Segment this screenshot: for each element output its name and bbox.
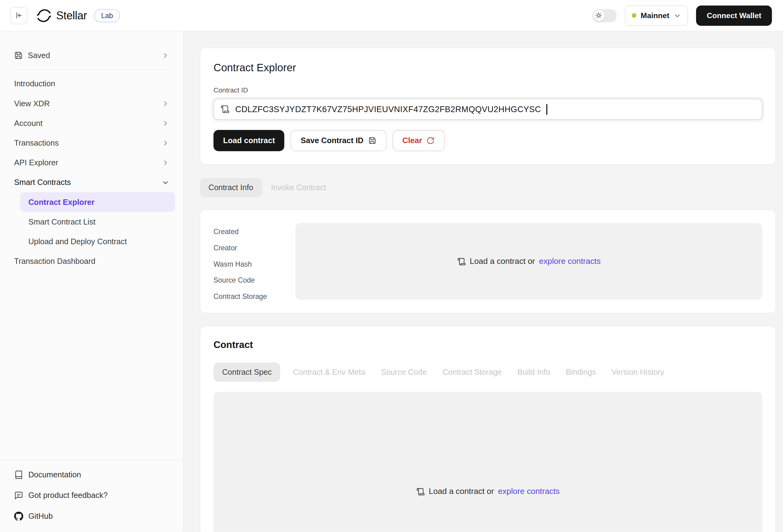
chevron-right-icon — [162, 139, 169, 146]
chat-bubble-icon — [14, 491, 23, 500]
sidebar-item-feedback[interactable]: Got product feedback? — [8, 485, 175, 505]
contract-info-empty-state: Load a contract or explore contracts — [295, 223, 762, 300]
smart-contracts-subnav: Contract Explorer Smart Contract List Up… — [20, 192, 175, 252]
sidebar: Saved Introduction View XDR Account Tran… — [0, 31, 184, 532]
contract-card: Contract Contract Spec Contract & Env Me… — [200, 326, 776, 532]
chevron-right-icon — [162, 120, 169, 127]
tab-bindings: Bindings — [563, 362, 599, 382]
sidebar-item-api-explorer[interactable]: API Explorer — [8, 153, 175, 172]
sidebar-item-transactions[interactable]: Transactions — [8, 133, 175, 153]
save-icon — [368, 136, 376, 144]
sidebar-item-label: API Explorer — [14, 158, 157, 167]
tab-version-history: Version History — [608, 362, 667, 382]
save-contract-id-button[interactable]: Save Contract ID — [291, 130, 386, 151]
app-body: Saved Introduction View XDR Account Tran… — [0, 31, 783, 532]
network-select[interactable]: Mainnet — [624, 5, 688, 26]
explore-contracts-link[interactable]: explore contracts — [498, 487, 560, 496]
refresh-icon — [427, 136, 435, 144]
stellar-logo-icon — [37, 8, 52, 23]
chevron-right-icon — [162, 52, 169, 59]
sidebar-item-label: Transaction Dashboard — [14, 257, 169, 266]
sidebar-item-github[interactable]: GitHub — [8, 506, 175, 526]
contract-id-value: CDLZFC3SYJYDZT7K67VZ75HPJVIEUVNIXF47ZG2F… — [235, 104, 541, 114]
sidebar-item-transaction-dashboard[interactable]: Transaction Dashboard — [8, 251, 175, 271]
contract-tabs: Contract Info Invoke Contract — [200, 178, 776, 197]
sidebar-item-view-xdr[interactable]: View XDR — [8, 94, 175, 113]
header-actions: Mainnet Connect Wallet — [592, 5, 772, 26]
load-contract-button[interactable]: Load contract — [214, 130, 285, 151]
chevron-right-icon — [162, 100, 169, 107]
stellar-lab-app: Stellar Lab Mainnet Connect Wallet — [0, 0, 783, 532]
sidebar-item-smart-contracts[interactable]: Smart Contracts — [8, 172, 175, 192]
sidebar-nav: Saved Introduction View XDR Account Tran… — [0, 31, 183, 460]
sidebar-item-label: View XDR — [14, 99, 157, 108]
sidebar-item-account[interactable]: Account — [8, 113, 175, 133]
book-icon — [14, 470, 23, 479]
contract-scroll-icon — [457, 257, 466, 266]
clear-button[interactable]: Clear — [393, 130, 445, 151]
network-label: Mainnet — [641, 11, 669, 20]
tab-contract-storage: Contract Storage — [439, 362, 505, 382]
tab-build-info: Build Info — [514, 362, 553, 382]
chevron-down-icon — [162, 179, 169, 186]
contract-scroll-icon — [221, 105, 230, 114]
sidebar-item-contract-explorer[interactable]: Contract Explorer — [20, 192, 175, 212]
save-contract-id-label: Save Contract ID — [301, 136, 364, 145]
contract-id-label: Contract ID — [214, 86, 762, 94]
contract-id-input[interactable]: CDLZFC3SYJYDZT7K67VZ75HPJVIEUVNIXF47ZG2F… — [214, 99, 762, 120]
contract-card-title: Contract — [214, 339, 762, 351]
field-contract-storage: Contract Storage — [214, 293, 283, 300]
text-cursor — [547, 104, 547, 114]
network-status-dot — [631, 13, 636, 18]
contract-scroll-icon — [416, 487, 425, 496]
explore-contracts-link[interactable]: explore contracts — [539, 257, 601, 266]
sidebar-item-label: Introduction — [14, 79, 169, 89]
chevron-down-icon — [674, 12, 681, 19]
sidebar-item-label: Got product feedback? — [28, 491, 169, 500]
sidebar-item-upload-deploy-contract[interactable]: Upload and Deploy Contract — [20, 232, 175, 251]
main-content: Contract Explorer Contract ID CDLZFC3SYJ… — [184, 31, 783, 532]
tab-contract-info[interactable]: Contract Info — [200, 178, 262, 197]
theme-toggle-knob — [593, 10, 604, 21]
save-icon — [14, 51, 23, 60]
collapse-sidebar-icon — [15, 12, 23, 19]
sidebar-collapse-button[interactable] — [10, 7, 27, 24]
logo-text: Stellar — [56, 9, 87, 22]
sidebar-item-label: Smart Contracts — [14, 177, 157, 187]
sidebar-item-label: Saved — [28, 51, 157, 60]
contract-spec-empty-state: Load a contract or explore contracts — [214, 392, 762, 532]
field-created: Created — [214, 228, 283, 235]
theme-toggle[interactable] — [592, 9, 617, 22]
empty-state-text: Load a contract or — [429, 487, 494, 496]
sidebar-footer: Documentation Got product feedback? GitH… — [0, 460, 183, 532]
sun-icon — [596, 12, 602, 19]
tab-contract-env-meta: Contract & Env Meta — [290, 362, 369, 382]
chevron-right-icon — [162, 159, 169, 166]
sidebar-item-label: Documentation — [28, 470, 169, 479]
tab-source-code: Source Code — [378, 362, 430, 382]
empty-state-text: Load a contract or — [470, 257, 535, 266]
tab-contract-spec[interactable]: Contract Spec — [214, 362, 281, 382]
field-wasm-hash: Wasm Hash — [214, 261, 283, 268]
tab-invoke-contract: Invoke Contract — [268, 178, 329, 197]
header: Stellar Lab Mainnet Connect Wallet — [0, 0, 783, 31]
sidebar-item-label: Account — [14, 118, 157, 128]
explorer-actions: Load contract Save Contract ID Clear — [214, 130, 762, 151]
lab-badge: Lab — [94, 9, 120, 22]
connect-wallet-button[interactable]: Connect Wallet — [696, 5, 772, 26]
sidebar-item-documentation[interactable]: Documentation — [8, 465, 175, 485]
sidebar-item-label: GitHub — [28, 511, 169, 521]
github-icon — [14, 511, 23, 521]
sidebar-item-smart-contract-list[interactable]: Smart Contract List — [20, 212, 175, 232]
contract-explorer-card: Contract Explorer Contract ID CDLZFC3SYJ… — [200, 47, 776, 165]
contract-detail-tabs: Contract Spec Contract & Env Meta Source… — [214, 362, 762, 382]
field-creator: Creator — [214, 244, 283, 251]
page-title: Contract Explorer — [214, 61, 762, 74]
sidebar-item-saved[interactable]: Saved — [8, 45, 175, 65]
field-source-code: Source Code — [214, 276, 283, 284]
sidebar-divider — [14, 69, 169, 70]
sidebar-item-introduction[interactable]: Introduction — [8, 74, 175, 93]
contract-info-fields: Created Creator Wasm Hash Source Code Co… — [214, 223, 283, 300]
contract-info-card: Created Creator Wasm Hash Source Code Co… — [200, 209, 776, 313]
stellar-logo[interactable]: Stellar — [37, 8, 87, 23]
